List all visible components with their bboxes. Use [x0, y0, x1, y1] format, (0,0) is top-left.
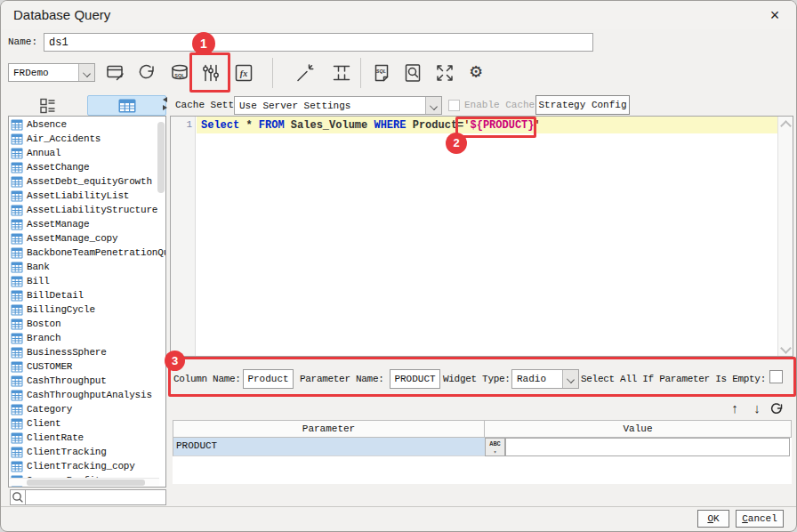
sql-code-line: Select * FROM Sales_Volume WHERE Product… [201, 119, 541, 132]
tab-stored-procedures[interactable] [8, 95, 87, 116]
table-list-item[interactable]: AssetChange [9, 160, 165, 174]
table-list-item[interactable]: BackboneTeamPenetrationQu [9, 246, 165, 260]
table-name: CashThroughput [27, 375, 107, 386]
editor-scrollbar[interactable] [777, 117, 793, 356]
table-list-item[interactable]: ClientTracking [9, 445, 165, 459]
table-icon [11, 447, 23, 458]
table-list-item[interactable]: Branch [9, 331, 165, 345]
refresh-icon [136, 62, 157, 84]
splitter-collapse-control[interactable] [163, 97, 170, 110]
table-list-item[interactable]: Annual [9, 146, 165, 160]
select-all-label: Select All If Parameter Is Empty: [581, 374, 766, 384]
table-name: CUSTOMER [27, 361, 72, 372]
table-list-item[interactable]: Air_Accidents [9, 132, 165, 146]
select-all-checkbox[interactable] [769, 370, 783, 383]
table-name: BillDetail [27, 290, 84, 301]
chevron-down-icon [562, 370, 578, 388]
database-sql-button[interactable]: SQL [168, 61, 191, 85]
scrollbar-thumb[interactable] [27, 480, 145, 486]
sql-editor[interactable]: 1 Select * FROM Sales_Volume WHERE Produ… [170, 116, 793, 357]
settings-button[interactable]: ⚙ [464, 61, 487, 85]
table-icon [11, 318, 23, 330]
table-list-item[interactable]: AssetDebt_equityGrowth [9, 174, 165, 189]
table-structure-icon [331, 62, 352, 84]
cache-settings-dropdown-value: Use Server Settings [235, 101, 425, 111]
tab-tables[interactable] [87, 95, 166, 116]
table-name: BillingCycle [27, 304, 95, 315]
chevron-down-icon [78, 64, 94, 81]
name-input[interactable] [44, 33, 593, 52]
search-input[interactable] [26, 489, 166, 505]
table-list-item[interactable]: Bill [9, 274, 165, 288]
refresh-parameters-button[interactable] [768, 401, 785, 419]
parameter-settings-button[interactable] [199, 61, 222, 85]
table-list-item[interactable]: ClientTracking_copy [9, 459, 165, 473]
enable-cache-checkbox[interactable] [448, 100, 460, 111]
parameter-value-input[interactable] [505, 438, 790, 456]
value-type-button[interactable]: ABC ▾ [485, 438, 505, 456]
table-list-item[interactable]: CashThroughput [9, 374, 165, 388]
table-list-item[interactable]: BillingCycle [9, 302, 165, 317]
table-list[interactable]: Absence Air_Accidents Annual [8, 116, 166, 488]
table-icon [11, 219, 23, 230]
table-list-item[interactable]: Boston [9, 317, 165, 331]
view-sql-button[interactable]: SQL [370, 61, 393, 85]
query-wizard-button[interactable] [294, 61, 317, 85]
formula-button[interactable]: fx [232, 61, 255, 85]
table-list-item[interactable]: CUSTOMER [9, 359, 165, 374]
form-list-icon [39, 98, 56, 114]
parameter-name-input[interactable] [390, 369, 440, 389]
footer-separator [1, 506, 797, 507]
table-list-item[interactable]: Category [9, 402, 165, 416]
table-list-item[interactable]: AssetLiabilityStructure [9, 203, 165, 217]
preview-button[interactable] [401, 61, 424, 85]
table-icon [11, 247, 23, 259]
scroll-down-icon[interactable] [780, 343, 791, 354]
table-name: AssetLiabilityList [27, 190, 129, 201]
close-icon[interactable]: × [764, 5, 785, 25]
scrollbar-thumb[interactable] [157, 122, 165, 193]
maximize-editor-button[interactable] [433, 61, 456, 85]
ok-button[interactable]: OK [697, 510, 729, 528]
enable-cache-label: Enable Cache [464, 100, 535, 110]
magic-wand-icon [294, 62, 316, 84]
database-sql-icon: SQL [169, 62, 190, 84]
table-list-item[interactable]: ClientRate [9, 431, 165, 445]
preview-icon [402, 62, 423, 84]
parameter-row-name[interactable]: PRODUCT [173, 438, 485, 456]
table-icon [11, 133, 23, 145]
table-list-item[interactable]: AssetLiabilityList [9, 189, 165, 203]
svg-text:SQL: SQL [174, 73, 185, 78]
table-list-item[interactable]: Absence [9, 117, 165, 132]
move-down-icon[interactable]: ↓ [748, 401, 766, 419]
database-query-dialog: Database Query × Name: FRDemo SQL [0, 0, 797, 532]
table-name: CashThroughputAnalysis [27, 390, 152, 400]
refresh-connection-button[interactable] [135, 61, 158, 85]
toolbar-separator [360, 58, 361, 88]
list-horizontal-scrollbar[interactable] [10, 478, 159, 486]
search-button[interactable] [10, 489, 26, 505]
table-icon [11, 262, 23, 273]
table-list-item[interactable]: BillDetail [9, 288, 165, 302]
table-name: Client [27, 418, 60, 429]
table-list-item[interactable]: BusinessSphere [9, 345, 165, 359]
strategy-config-button[interactable]: Strategy Config [535, 95, 630, 115]
edit-table-button[interactable] [104, 61, 127, 85]
list-vertical-scrollbar[interactable] [157, 120, 165, 467]
table-list-item[interactable]: Client [9, 416, 165, 431]
move-up-icon[interactable]: ↑ [726, 401, 744, 419]
connection-dropdown[interactable]: FRDemo [8, 63, 95, 82]
widget-type-dropdown[interactable]: Radio [511, 369, 579, 389]
table-structure-button[interactable] [330, 61, 353, 85]
table-name: AssetLiabilityStructure [27, 205, 157, 215]
table-list-item[interactable]: AssetManage [9, 217, 165, 231]
table-list-item[interactable]: Bank [9, 260, 165, 274]
connection-dropdown-value: FRDemo [9, 68, 78, 78]
table-list-item[interactable]: CashThroughputAnalysis [9, 388, 165, 402]
column-name-input[interactable] [243, 369, 294, 389]
table-list-item[interactable]: AssetManage_copy [9, 231, 165, 246]
scroll-up-icon[interactable] [780, 118, 791, 129]
table-name: ClientRate [27, 432, 84, 443]
cache-settings-dropdown[interactable]: Use Server Settings [234, 96, 442, 115]
cancel-button[interactable]: Cancel [736, 510, 784, 528]
